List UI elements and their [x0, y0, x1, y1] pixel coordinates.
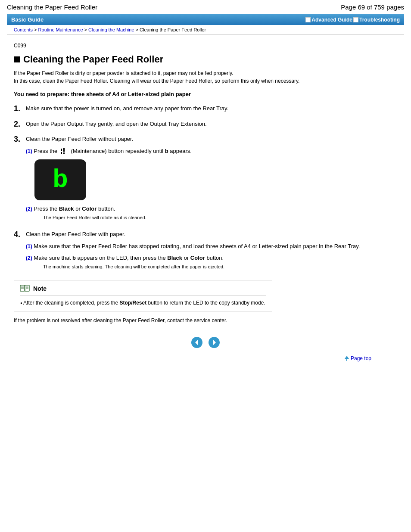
step-4-sub-2-text-mid: appears on the LED, then press the	[77, 255, 167, 261]
note-item-1-after: button to return the LED to the copy sta…	[148, 300, 265, 306]
step-4-sub-2-text-or: or	[184, 255, 190, 261]
step-4-sub-2-num: (2)	[26, 255, 32, 261]
page-title-text: Cleaning the Paper Feed Roller	[23, 54, 163, 65]
breadcrumb-cleaning-machine[interactable]: Cleaning the Machine	[88, 27, 134, 32]
step-3-sub-2-bold1: Black	[59, 205, 74, 212]
step-3-sub-2-bold2: Color	[82, 205, 97, 212]
note-header: Note	[20, 285, 266, 296]
maintenance-icon	[60, 148, 68, 155]
page-title: Cleaning the Paper Feed Roller	[14, 54, 397, 65]
note-book-icon	[20, 285, 30, 292]
svg-rect-4	[20, 285, 25, 291]
step-3-sub-1-bold-char: b	[165, 148, 168, 154]
note-box: Note After the cleaning is completed, pr…	[14, 280, 272, 311]
footer-note: If the problem is not resolved after cle…	[14, 317, 397, 324]
step-4-sub-1-num: (1)	[26, 243, 32, 249]
svg-rect-1	[61, 152, 62, 154]
lcd-char: b	[53, 167, 68, 193]
note-item-1-before: After the cleaning is completed, press t…	[23, 300, 119, 306]
step-2: 2. Open the Paper Output Tray gently, an…	[14, 120, 397, 129]
intro-text: If the Paper Feed Roller is dirty or pap…	[14, 69, 397, 85]
nav-bar-right: Advanced Guide Troubleshooting	[305, 17, 400, 23]
breadcrumb: Contents > Routine Maintenance > Cleanin…	[7, 25, 404, 35]
step-3-content: Clean the Paper Feed Roller without pape…	[26, 135, 397, 221]
breadcrumb-contents[interactable]: Contents	[14, 27, 33, 32]
step-4-content: Clean the Paper Feed Roller with paper. …	[26, 230, 397, 271]
troubleshooting-checkbox[interactable]	[353, 17, 358, 22]
step-4-text: Clean the Paper Feed Roller with paper.	[26, 230, 397, 239]
step-3-sub-1-text-before: Press the	[34, 148, 59, 154]
step-3-sub-2-note: The Paper Feed Roller will rotate as it …	[43, 215, 146, 220]
step-4: 4. Clean the Paper Feed Roller with pape…	[14, 230, 397, 273]
step-3-sub-1-text-mid: (Maintenance) button repeatedly until	[71, 148, 165, 154]
next-button[interactable]	[208, 336, 220, 348]
step-4-sub-1: (1) Make sure that the Paper Feed Roller…	[26, 242, 397, 251]
step-4-sub-2-bold-char: b	[72, 255, 76, 261]
step-2-text: Open the Paper Output Tray gently, and o…	[26, 121, 207, 127]
step-3: 3. Clean the Paper Feed Roller without p…	[14, 135, 397, 224]
step-3-text: Clean the Paper Feed Roller without pape…	[26, 135, 397, 143]
step-4-sub-1-text: Make sure that the Paper Feed Roller has…	[34, 243, 360, 249]
breadcrumb-current: Cleaning the Paper Feed Roller	[140, 27, 206, 32]
breadcrumb-sep1: >	[34, 27, 38, 32]
svg-marker-18	[345, 356, 349, 359]
svg-rect-5	[25, 285, 29, 291]
step-3-sub-1: (1) Press the (Maintenance) button repea…	[26, 147, 397, 201]
nav-buttons	[14, 336, 397, 348]
main-content: C099 Cleaning the Paper Feed Roller If t…	[7, 35, 404, 379]
nav-bar: Basic Guide Advanced Guide Troubleshooti…	[7, 14, 404, 25]
step-4-sub-2-bold2: Color	[190, 255, 205, 261]
step-2-number: 2.	[14, 120, 20, 129]
step-3-sub-1-text-after: appears.	[170, 148, 192, 154]
code-id: C099	[14, 43, 397, 49]
step-3-sub-2-text-after: button.	[98, 205, 115, 212]
page-top-text: Page top	[351, 355, 371, 361]
intro-line1: If the Paper Feed Roller is dirty or pap…	[14, 70, 233, 76]
note-item-1: After the cleaning is completed, press t…	[20, 299, 266, 307]
page-header: Cleaning the Paper Feed Roller Page 69 o…	[0, 0, 411, 14]
troubleshooting-link[interactable]: Troubleshooting	[359, 17, 400, 23]
note-item-1-bold: Stop/Reset	[120, 300, 147, 306]
prev-button[interactable]	[191, 336, 203, 348]
step-3-sub-2: (2) Press the Black or Color button. The…	[26, 205, 397, 221]
step-4-sub-2-note: The machine starts cleaning. The cleanin…	[43, 264, 224, 269]
step-1-content: Make sure that the power is turned on, a…	[26, 104, 397, 113]
step-3-sub-2-text-before: Press the	[34, 205, 59, 212]
step-3-number: 3.	[14, 135, 20, 144]
advanced-guide-checkbox[interactable]	[305, 17, 311, 22]
step-1-number: 1.	[14, 104, 20, 114]
svg-rect-2	[63, 148, 65, 152]
step-4-number: 4.	[14, 230, 20, 240]
page-header-title: Cleaning the Paper Feed Roller	[7, 3, 97, 11]
step-2-content: Open the Paper Output Tray gently, and o…	[26, 120, 397, 128]
page-top-link[interactable]: Page top	[345, 355, 371, 361]
page-top-container: Page top	[14, 355, 397, 361]
svg-rect-3	[63, 152, 65, 154]
prepare-text: You need to prepare: three sheets of A4 …	[14, 91, 397, 97]
note-content: After the cleaning is completed, press t…	[20, 299, 266, 307]
page-top-arrow-icon	[345, 356, 349, 361]
step-1: 1. Make sure that the power is turned on…	[14, 104, 397, 114]
title-square-icon	[14, 56, 20, 62]
step-3-sub-2-num: (2)	[26, 206, 32, 212]
page-header-pages: Page 69 of 759 pages	[341, 3, 404, 11]
breadcrumb-sep3: >	[136, 27, 140, 32]
basic-guide-label: Basic Guide	[11, 16, 44, 23]
intro-line2: In this case, clean the Paper Feed Rolle…	[14, 78, 299, 84]
breadcrumb-sep2: >	[84, 27, 88, 32]
lcd-display: b	[34, 159, 86, 200]
step-4-sub-2: (2) Make sure that b appears on the LED,…	[26, 254, 397, 271]
step-4-sub-2-text-before: Make sure that	[34, 255, 72, 261]
step-1-text: Make sure that the power is turned on, a…	[26, 105, 228, 112]
advanced-guide-link[interactable]: Advanced Guide	[311, 17, 352, 23]
note-header-text: Note	[33, 285, 47, 292]
step-4-sub-2-text-after: button.	[206, 255, 224, 261]
svg-rect-19	[346, 359, 347, 361]
step-4-sub-2-bold1: Black	[167, 255, 182, 261]
svg-rect-0	[61, 149, 62, 151]
step-3-sub-2-text-mid: or	[75, 205, 82, 212]
step-3-sub-1-num: (1)	[26, 148, 32, 154]
breadcrumb-routine-maintenance[interactable]: Routine Maintenance	[38, 27, 83, 32]
